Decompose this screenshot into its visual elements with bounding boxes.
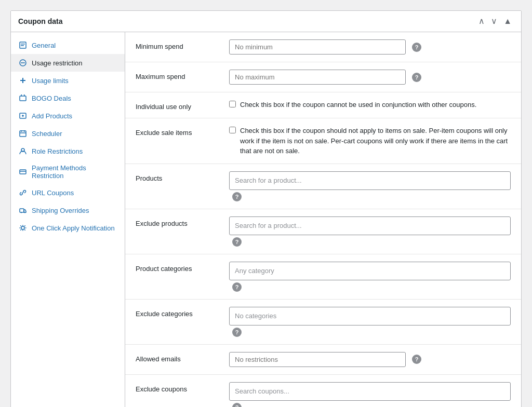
svg-rect-1 bbox=[21, 44, 25, 45]
svg-point-21 bbox=[21, 226, 24, 229]
exclude-sale-items-description: Check this box if the coupon should not … bbox=[240, 126, 511, 156]
svg-rect-2 bbox=[21, 45, 24, 46]
sidebar-item-add-products-label: Add Products bbox=[32, 112, 72, 120]
sidebar-item-bogo-deals-label: BOGO Deals bbox=[32, 94, 71, 102]
sidebar-item-usage-limits-label: Usage limits bbox=[32, 77, 69, 85]
sidebar: General Usage restriction Usage limits B… bbox=[11, 32, 125, 407]
sidebar-item-url-coupons-label: URL Coupons bbox=[32, 189, 74, 197]
sidebar-item-general-label: General bbox=[32, 42, 56, 49]
minimum-spend-label: Minimum spend bbox=[136, 39, 219, 50]
minimum-spend-row: Minimum spend ? bbox=[125, 32, 521, 62]
individual-use-checkbox[interactable] bbox=[229, 101, 236, 107]
allowed-emails-field: ? bbox=[229, 352, 511, 367]
sidebar-item-usage-limits[interactable]: Usage limits bbox=[11, 72, 125, 89]
url-coupons-icon bbox=[18, 188, 28, 197]
exclude-categories-help-icon: ? bbox=[232, 328, 242, 337]
panel-collapse-button[interactable]: ▲ bbox=[501, 16, 514, 26]
exclude-products-field: Search for a product... ? bbox=[229, 216, 511, 247]
product-categories-placeholder: Any category bbox=[235, 267, 274, 275]
panel-up-button[interactable]: ∧ bbox=[476, 16, 487, 26]
sidebar-item-general[interactable]: General bbox=[11, 36, 125, 54]
sidebar-item-usage-restriction-label: Usage restriction bbox=[32, 59, 83, 67]
minimum-spend-input[interactable] bbox=[229, 39, 406, 55]
product-categories-help-icon: ? bbox=[232, 282, 242, 292]
exclude-coupons-row: Exclude coupons Search coupons... ? bbox=[125, 375, 521, 408]
svg-rect-11 bbox=[20, 131, 26, 137]
products-field: Search for a product... ? bbox=[229, 171, 511, 201]
svg-rect-7 bbox=[20, 96, 26, 101]
products-placeholder: Search for a product... bbox=[235, 177, 302, 184]
individual-use-row: Individual use only Check this box if th… bbox=[125, 92, 521, 118]
products-row: Products Search for a product... ? bbox=[125, 164, 521, 209]
exclude-coupons-label: Exclude coupons bbox=[136, 382, 219, 393]
individual-use-label: Individual use only bbox=[136, 100, 219, 111]
role-restrictions-icon bbox=[18, 146, 28, 156]
coupon-data-panel: Coupon data ∧ ∨ ▲ General Usage restrict… bbox=[10, 10, 522, 407]
exclude-coupons-tag-input[interactable]: Search coupons... bbox=[229, 382, 511, 401]
shipping-overrides-icon bbox=[18, 206, 28, 215]
product-categories-row: Product categories Any category ? bbox=[125, 254, 521, 300]
panel-controls: ∧ ∨ ▲ bbox=[476, 16, 514, 26]
individual-use-field: Check this box if the coupon cannot be u… bbox=[229, 100, 511, 110]
minimum-spend-help-icon: ? bbox=[412, 43, 421, 52]
exclude-products-help-icon: ? bbox=[232, 237, 242, 247]
maximum-spend-row: Maximum spend ? bbox=[125, 62, 521, 92]
sidebar-item-usage-restriction[interactable]: Usage restriction bbox=[11, 54, 125, 72]
sidebar-item-url-coupons[interactable]: URL Coupons bbox=[11, 184, 125, 201]
allowed-emails-input[interactable] bbox=[229, 352, 406, 367]
products-help-icon: ? bbox=[232, 192, 242, 201]
usage-limits-icon bbox=[18, 76, 28, 85]
general-icon bbox=[18, 40, 28, 50]
exclude-products-row: Exclude products Search for a product...… bbox=[125, 209, 521, 254]
sidebar-item-scheduler-label: Scheduler bbox=[32, 130, 62, 138]
scheduler-icon bbox=[18, 129, 28, 138]
maximum-spend-input[interactable] bbox=[229, 70, 406, 85]
sidebar-item-payment-methods[interactable]: Payment Methods Restriction bbox=[11, 160, 125, 184]
sidebar-item-add-products[interactable]: Add Products bbox=[11, 107, 125, 125]
exclude-sale-items-label: Exclude sale items bbox=[136, 126, 219, 137]
sidebar-item-one-click-apply-label: One Click Apply Notification bbox=[32, 224, 115, 232]
exclude-sale-items-checkbox[interactable] bbox=[229, 127, 236, 133]
sidebar-item-shipping-overrides[interactable]: Shipping Overrides bbox=[11, 201, 125, 219]
maximum-spend-help-icon: ? bbox=[412, 73, 421, 82]
exclude-sale-items-field: Check this box if the coupon should not … bbox=[229, 126, 511, 156]
sidebar-item-role-restrictions[interactable]: Role Restrictions bbox=[11, 142, 125, 160]
panel-down-button[interactable]: ∨ bbox=[489, 16, 499, 26]
one-click-apply-icon bbox=[18, 223, 28, 233]
exclude-categories-field: No categories ? bbox=[229, 307, 511, 337]
exclude-categories-tag-input[interactable]: No categories bbox=[229, 307, 511, 325]
exclude-categories-row: Exclude categories No categories ? bbox=[125, 300, 521, 345]
exclude-coupons-placeholder: Search coupons... bbox=[235, 387, 289, 395]
product-categories-tag-input[interactable]: Any category bbox=[229, 262, 511, 280]
exclude-coupons-help-icon: ? bbox=[232, 403, 242, 408]
exclude-products-tag-input[interactable]: Search for a product... bbox=[229, 216, 511, 235]
panel-body: General Usage restriction Usage limits B… bbox=[11, 32, 521, 407]
svg-rect-16 bbox=[20, 170, 26, 174]
product-categories-field: Any category ? bbox=[229, 262, 511, 292]
allowed-emails-row: Allowed emails ? bbox=[125, 345, 521, 375]
minimum-spend-field: ? bbox=[229, 39, 511, 55]
bogo-deals-icon bbox=[18, 93, 28, 103]
add-products-icon bbox=[18, 111, 28, 120]
sidebar-item-scheduler[interactable]: Scheduler bbox=[11, 125, 125, 142]
sidebar-item-bogo-deals[interactable]: BOGO Deals bbox=[11, 89, 125, 107]
products-tag-input[interactable]: Search for a product... bbox=[229, 171, 511, 190]
products-label: Products bbox=[136, 171, 219, 182]
sidebar-item-payment-methods-label: Payment Methods Restriction bbox=[32, 164, 117, 180]
main-content: Minimum spend ? Maximum spend ? bbox=[125, 32, 521, 407]
allowed-emails-help-icon: ? bbox=[412, 355, 421, 364]
exclude-sale-items-row: Exclude sale items Check this box if the… bbox=[125, 118, 521, 164]
sidebar-item-role-restrictions-label: Role Restrictions bbox=[32, 147, 83, 155]
product-categories-label: Product categories bbox=[136, 262, 219, 273]
exclude-products-label: Exclude products bbox=[136, 216, 219, 227]
exclude-products-placeholder: Search for a product... bbox=[235, 222, 302, 229]
panel-header: Coupon data ∧ ∨ ▲ bbox=[11, 11, 521, 32]
sidebar-item-one-click-apply[interactable]: One Click Apply Notification bbox=[11, 219, 125, 237]
svg-point-19 bbox=[21, 212, 22, 213]
payment-methods-icon bbox=[18, 167, 28, 177]
svg-rect-18 bbox=[20, 209, 24, 212]
exclude-categories-label: Exclude categories bbox=[136, 307, 219, 318]
individual-use-description: Check this box if the coupon cannot be u… bbox=[240, 100, 476, 110]
panel-title: Coupon data bbox=[18, 17, 63, 25]
allowed-emails-label: Allowed emails bbox=[136, 352, 219, 363]
